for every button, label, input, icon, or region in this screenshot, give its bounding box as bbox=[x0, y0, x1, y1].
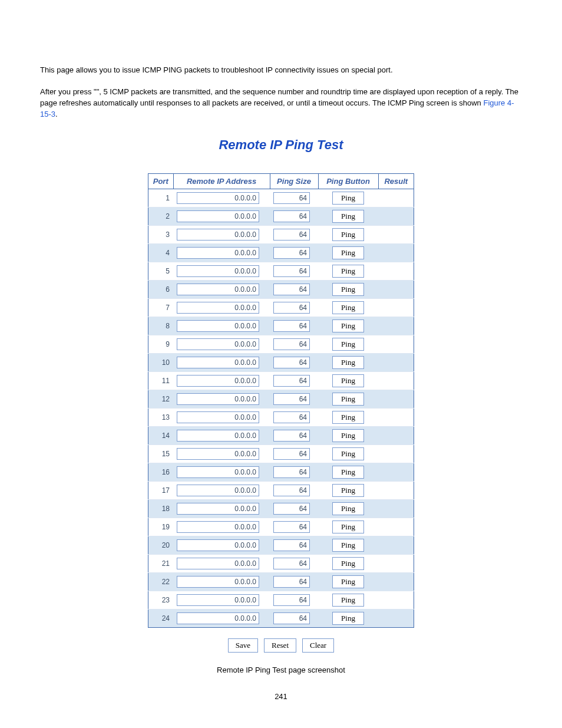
remote-ip-input[interactable] bbox=[177, 485, 259, 496]
remote-ip-input[interactable] bbox=[177, 521, 259, 533]
remote-ip-input[interactable] bbox=[177, 192, 259, 204]
ping-size-input[interactable] bbox=[273, 375, 310, 387]
clear-button[interactable]: Clear bbox=[302, 638, 334, 653]
save-button[interactable]: Save bbox=[228, 638, 258, 653]
ping-button[interactable]: Ping bbox=[332, 265, 364, 278]
ping-button[interactable]: Ping bbox=[332, 539, 364, 552]
ping-button[interactable]: Ping bbox=[332, 393, 364, 406]
remote-ip-input[interactable] bbox=[177, 210, 259, 222]
button-cell: Ping bbox=[318, 189, 378, 207]
ping-button[interactable]: Ping bbox=[332, 319, 364, 332]
ping-button[interactable]: Ping bbox=[332, 557, 364, 570]
reset-button[interactable]: Reset bbox=[264, 638, 296, 653]
size-cell bbox=[270, 445, 318, 463]
size-cell bbox=[270, 244, 318, 262]
result-cell bbox=[378, 500, 414, 518]
ping-size-input[interactable] bbox=[273, 558, 310, 569]
ip-cell bbox=[173, 244, 270, 262]
button-cell: Ping bbox=[318, 445, 378, 463]
remote-ip-input[interactable] bbox=[177, 302, 259, 314]
ping-size-input[interactable] bbox=[273, 503, 310, 515]
size-cell bbox=[270, 463, 318, 482]
remote-ip-input[interactable] bbox=[177, 229, 259, 241]
ping-size-input[interactable] bbox=[273, 448, 310, 460]
ping-size-input[interactable] bbox=[273, 302, 310, 314]
remote-ip-input[interactable] bbox=[177, 411, 259, 423]
remote-ip-input[interactable] bbox=[177, 284, 259, 295]
ping-button[interactable]: Ping bbox=[332, 210, 364, 223]
ping-size-input[interactable] bbox=[273, 430, 310, 442]
remote-ip-input[interactable] bbox=[177, 265, 259, 277]
ping-button[interactable]: Ping bbox=[332, 283, 364, 296]
ping-button[interactable]: Ping bbox=[332, 612, 364, 625]
ping-button[interactable]: Ping bbox=[332, 429, 364, 442]
ping-button[interactable]: Ping bbox=[332, 521, 364, 533]
ping-button[interactable]: Ping bbox=[332, 374, 364, 387]
ip-cell bbox=[173, 555, 270, 573]
port-cell: 21 bbox=[148, 555, 174, 573]
ping-button[interactable]: Ping bbox=[332, 411, 364, 424]
table-row: 7Ping bbox=[148, 299, 414, 317]
ping-size-input[interactable] bbox=[273, 612, 310, 624]
ping-button[interactable]: Ping bbox=[332, 192, 364, 205]
ping-button[interactable]: Ping bbox=[332, 301, 364, 314]
port-cell: 6 bbox=[148, 281, 174, 299]
ping-size-input[interactable] bbox=[273, 210, 310, 222]
ping-size-input[interactable] bbox=[273, 521, 310, 533]
size-cell bbox=[270, 335, 318, 354]
port-cell: 23 bbox=[148, 591, 174, 610]
footer-buttons: Save Reset Clear bbox=[40, 638, 522, 653]
remote-ip-input[interactable] bbox=[177, 357, 259, 368]
ping-size-input[interactable] bbox=[273, 265, 310, 277]
ip-cell bbox=[173, 317, 270, 335]
ping-size-input[interactable] bbox=[273, 466, 310, 478]
ping-size-input[interactable] bbox=[273, 576, 310, 588]
remote-ip-input[interactable] bbox=[177, 466, 259, 478]
ping-button[interactable]: Ping bbox=[332, 447, 364, 460]
ping-button[interactable]: Ping bbox=[332, 466, 364, 479]
ping-size-input[interactable] bbox=[273, 357, 310, 368]
ping-button[interactable]: Ping bbox=[332, 594, 364, 607]
ping-button[interactable]: Ping bbox=[332, 228, 364, 241]
ping-size-input[interactable] bbox=[273, 594, 310, 606]
ping-button[interactable]: Ping bbox=[332, 356, 364, 369]
port-cell: 16 bbox=[148, 463, 174, 482]
ping-size-input[interactable] bbox=[273, 320, 310, 332]
intro-line2c: . bbox=[55, 110, 58, 118]
ping-size-input[interactable] bbox=[273, 192, 310, 204]
ping-size-input[interactable] bbox=[273, 539, 310, 551]
table-row: 2Ping bbox=[148, 207, 414, 226]
remote-ip-input[interactable] bbox=[177, 338, 259, 350]
ip-cell bbox=[173, 207, 270, 226]
remote-ip-input[interactable] bbox=[177, 558, 259, 569]
table-row: 17Ping bbox=[148, 482, 414, 500]
size-cell bbox=[270, 482, 318, 500]
ping-button[interactable]: Ping bbox=[332, 575, 364, 588]
ping-size-input[interactable] bbox=[273, 229, 310, 241]
remote-ip-input[interactable] bbox=[177, 393, 259, 405]
ping-button[interactable]: Ping bbox=[332, 338, 364, 351]
ping-size-input[interactable] bbox=[273, 284, 310, 295]
ping-size-input[interactable] bbox=[273, 247, 310, 259]
remote-ip-input[interactable] bbox=[177, 612, 259, 624]
remote-ip-input[interactable] bbox=[177, 576, 259, 588]
remote-ip-input[interactable] bbox=[177, 320, 259, 332]
button-cell: Ping bbox=[318, 335, 378, 354]
remote-ip-input[interactable] bbox=[177, 594, 259, 606]
remote-ip-input[interactable] bbox=[177, 503, 259, 515]
ping-button[interactable]: Ping bbox=[332, 484, 364, 497]
ping-size-input[interactable] bbox=[273, 485, 310, 496]
ping-size-input[interactable] bbox=[273, 393, 310, 405]
remote-ip-input[interactable] bbox=[177, 539, 259, 551]
table-row: 3Ping bbox=[148, 226, 414, 244]
remote-ip-input[interactable] bbox=[177, 430, 259, 442]
ping-size-input[interactable] bbox=[273, 338, 310, 350]
remote-ip-input[interactable] bbox=[177, 247, 259, 259]
table-row: 1Ping bbox=[148, 189, 414, 207]
ping-size-input[interactable] bbox=[273, 411, 310, 423]
remote-ip-input[interactable] bbox=[177, 448, 259, 460]
ping-button[interactable]: Ping bbox=[332, 246, 364, 259]
ping-button[interactable]: Ping bbox=[332, 502, 364, 515]
remote-ip-input[interactable] bbox=[177, 375, 259, 387]
ip-cell bbox=[173, 500, 270, 518]
